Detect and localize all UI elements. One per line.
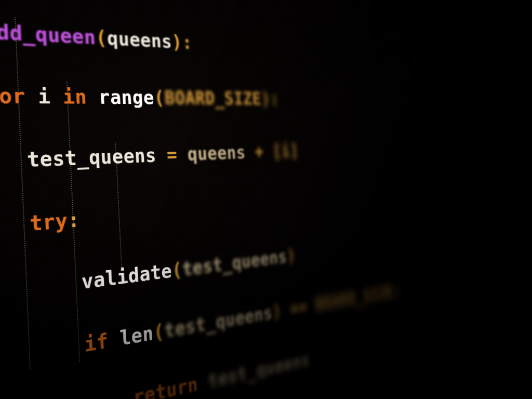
param: queens [107, 27, 172, 52]
screen-photo: add_queen(queens): for i in range(BOARD_… [0, 0, 532, 399]
var: queens [187, 142, 246, 165]
op: + [254, 142, 264, 162]
fn-call: len [119, 322, 154, 350]
literal: [i] [272, 141, 299, 161]
fn-name: add_queen [0, 19, 96, 48]
const: BOARD_SIZE [164, 87, 262, 109]
var: test_queens [26, 144, 157, 171]
kw-in: in [62, 85, 87, 108]
kw-if: if [84, 329, 109, 356]
op: = [166, 144, 178, 165]
var: i [37, 85, 51, 108]
kw-try: try [29, 209, 68, 235]
kw-return: return [132, 373, 198, 399]
fn-call: range [98, 86, 155, 108]
op: == [289, 297, 308, 319]
kw-for: for [0, 84, 26, 108]
code-editor[interactable]: add_queen(queens): for i in range(BOARD_… [0, 0, 472, 399]
